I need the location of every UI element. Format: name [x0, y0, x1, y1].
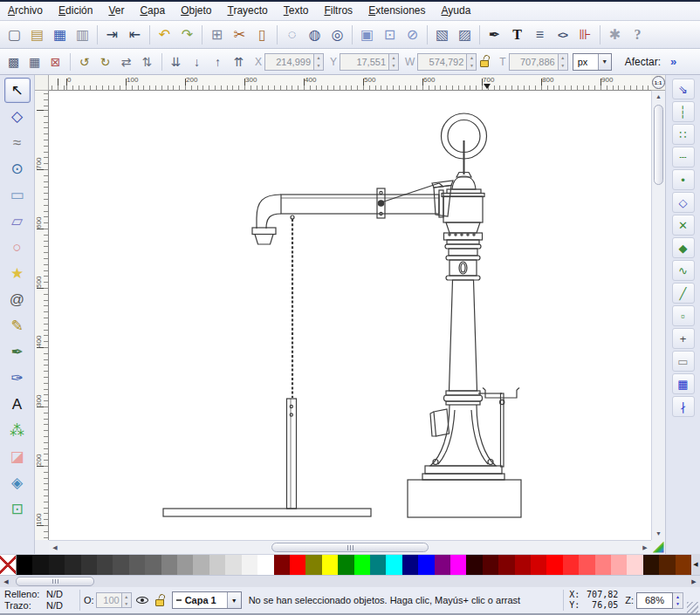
- menu-edicion[interactable]: Edición: [51, 2, 100, 20]
- lower-to-bottom-button[interactable]: ⇊: [166, 51, 186, 72]
- preferences-button[interactable]: ✱: [604, 24, 626, 45]
- palette-scrollbar-thumb[interactable]: [16, 577, 94, 586]
- y-spinner[interactable]: ▲▼: [388, 53, 399, 71]
- color-swatch[interactable]: [546, 555, 562, 575]
- color-swatch[interactable]: [305, 555, 321, 575]
- palette-scroll-left-icon[interactable]: ◀: [0, 578, 12, 585]
- raise-to-top-button[interactable]: ⇈: [229, 51, 249, 72]
- menu-objeto[interactable]: Objeto: [173, 2, 219, 20]
- color-swatch[interactable]: [242, 555, 257, 575]
- redo-button[interactable]: ↷: [176, 24, 198, 45]
- unit-selector[interactable]: px ▼: [573, 53, 612, 71]
- new-document-button[interactable]: ▢: [3, 24, 25, 45]
- x-spinner[interactable]: ▲▼: [313, 53, 324, 71]
- raise-button[interactable]: ↑: [208, 51, 228, 72]
- flip-horizontal-button[interactable]: ⇄: [116, 51, 136, 72]
- color-swatch[interactable]: [450, 555, 466, 575]
- paste-button[interactable]: ▯: [251, 24, 273, 45]
- color-swatch[interactable]: [483, 555, 498, 575]
- palette-scrollbar[interactable]: ◀ ▶: [0, 575, 700, 587]
- tool-text[interactable]: A: [4, 392, 31, 417]
- snap-grids-button[interactable]: ▦: [672, 373, 695, 394]
- tool-node-editor[interactable]: ◇: [4, 104, 31, 129]
- chevron-down-icon[interactable]: ▼: [598, 54, 611, 70]
- color-swatch[interactable]: [17, 555, 32, 575]
- vertical-scrollbar-thumb[interactable]: [654, 105, 663, 185]
- zoom-selection-button[interactable]: ◌: [281, 24, 303, 45]
- color-swatch[interactable]: [49, 555, 65, 575]
- snap-rotation-centers-button[interactable]: +: [672, 328, 695, 349]
- window-resize-grip[interactable]: [687, 602, 698, 613]
- color-swatch[interactable]: [595, 555, 611, 575]
- menu-capa[interactable]: Capa: [132, 2, 173, 20]
- group-button[interactable]: ▧: [431, 24, 453, 45]
- color-swatch[interactable]: [466, 555, 482, 575]
- open-document-button[interactable]: ▤: [26, 24, 48, 45]
- text-dialog-button[interactable]: T: [506, 24, 528, 45]
- save-document-button[interactable]: ▦: [49, 24, 71, 45]
- color-swatch[interactable]: [370, 555, 386, 575]
- clone-button[interactable]: ⊡: [379, 24, 401, 45]
- color-swatch[interactable]: [563, 555, 579, 575]
- width-spinner[interactable]: ▲▼: [466, 53, 477, 71]
- color-swatch[interactable]: [386, 555, 401, 575]
- menu-filtros[interactable]: Filtros: [316, 2, 360, 20]
- snap-bbox-edges-button[interactable]: ┆: [672, 101, 695, 122]
- snap-bbox-edge-midpoints-button[interactable]: ┄: [672, 147, 695, 167]
- snap-bbox-centers-button[interactable]: •: [672, 169, 695, 190]
- layer-lock-icon[interactable]: [155, 594, 166, 607]
- menu-extensiones[interactable]: Extensiones: [360, 2, 433, 20]
- zoom-1-1-button[interactable]: 1:1: [652, 76, 665, 89]
- color-swatch[interactable]: [354, 555, 370, 575]
- x-field[interactable]: 214,999 ▲▼: [264, 53, 324, 71]
- chevron-down-icon[interactable]: ▼: [227, 592, 241, 608]
- scroll-up-icon[interactable]: ▲: [652, 91, 665, 103]
- menu-ver[interactable]: Ver: [100, 2, 132, 20]
- tool-zoom[interactable]: ⊙: [4, 156, 31, 181]
- opacity-field[interactable]: 100 ▲▼: [96, 592, 132, 608]
- tool-pen[interactable]: ✒: [4, 339, 31, 365]
- snap-cusp-nodes-button[interactable]: ◆: [672, 237, 695, 258]
- color-swatch[interactable]: [129, 555, 145, 575]
- select-all-button[interactable]: ▩: [3, 51, 24, 72]
- color-swatch[interactable]: [515, 555, 531, 575]
- horizontal-scrollbar[interactable]: ◀ ▶: [49, 540, 651, 554]
- zoom-drawing-button[interactable]: ◍: [304, 24, 326, 45]
- color-swatch[interactable]: [659, 555, 675, 575]
- horizontal-ruler[interactable]: 0100200300400500600700800900: [49, 75, 651, 91]
- horizontal-scrollbar-thumb[interactable]: [271, 543, 429, 552]
- cut-button[interactable]: ✂: [229, 24, 250, 45]
- unlink-clone-button[interactable]: ⊘: [401, 24, 423, 45]
- snap-object-centers-button[interactable]: ▫: [672, 305, 695, 326]
- y-field[interactable]: 17,551 ▲▼: [340, 53, 399, 71]
- tool-rectangle[interactable]: ▭: [4, 182, 31, 208]
- color-swatch[interactable]: [209, 555, 225, 575]
- color-swatch[interactable]: [193, 555, 209, 575]
- color-swatch[interactable]: [97, 555, 113, 575]
- print-button[interactable]: ▥: [72, 24, 93, 45]
- tool-ellipse[interactable]: ○: [4, 235, 31, 260]
- duplicate-button[interactable]: ▣: [356, 24, 378, 45]
- align-dialog-button[interactable]: ⊪: [574, 24, 596, 45]
- color-swatch[interactable]: [676, 555, 691, 575]
- color-swatch[interactable]: [257, 555, 273, 575]
- snap-line-midpoints-button[interactable]: ╱: [672, 283, 695, 304]
- palette-scroll-right-icon[interactable]: ▶: [688, 578, 700, 585]
- tool-eraser[interactable]: ◪: [4, 444, 31, 469]
- color-swatch[interactable]: [402, 555, 418, 575]
- rotate-cw-button[interactable]: ↻: [95, 51, 115, 72]
- snap-smooth-nodes-button[interactable]: ∿: [672, 260, 695, 281]
- vertical-ruler[interactable]: 7006005004003002001000: [35, 91, 49, 540]
- fill-stroke-indicator[interactable]: Relleno: N/D Trazo: N/D: [2, 589, 76, 612]
- height-field[interactable]: 707,886 ▲▼: [509, 53, 568, 71]
- undo-button[interactable]: ↶: [154, 24, 175, 45]
- zoom-page-button[interactable]: ◎: [326, 24, 348, 45]
- tool-connector[interactable]: ⊡: [4, 496, 31, 522]
- tool-spray[interactable]: ⁂: [4, 418, 31, 443]
- tool-pencil[interactable]: ✎: [4, 313, 31, 338]
- color-swatch[interactable]: [225, 555, 241, 575]
- color-swatch[interactable]: [498, 555, 514, 575]
- select-all-layers-button[interactable]: ▦: [24, 51, 45, 72]
- color-swatch[interactable]: [32, 555, 48, 575]
- snap-page-border-button[interactable]: ▭: [672, 351, 695, 372]
